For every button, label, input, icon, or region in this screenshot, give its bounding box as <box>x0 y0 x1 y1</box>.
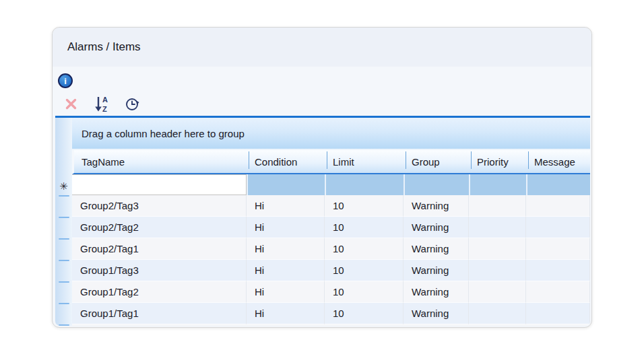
row-indicator-gutter: ✳ <box>55 118 72 326</box>
cell-limit[interactable]: 10 <box>325 281 404 303</box>
column-header-condition[interactable]: Condition <box>249 150 327 173</box>
table-row: Group2/Tag2 Hi 10 Warning <box>72 217 590 238</box>
alarms-grid: ✳ Drag a column header here to group Tag… <box>55 116 590 326</box>
cell-priority[interactable] <box>469 217 526 238</box>
info-icon[interactable]: i <box>58 73 73 88</box>
new-row-indicator-cell: ✳ <box>55 176 72 197</box>
cell-message[interactable] <box>526 195 590 217</box>
table-row: Group2/Tag1 Hi 10 Warning <box>72 238 590 260</box>
column-header-row: TagName Condition Limit Group Priority M… <box>72 150 590 174</box>
column-header-priority[interactable]: Priority <box>471 150 528 173</box>
delete-button[interactable] <box>62 97 79 114</box>
cell-condition[interactable]: Hi <box>247 217 325 238</box>
row-indicator <box>55 240 72 261</box>
delete-x-icon <box>64 97 78 114</box>
cell-group[interactable]: Warning <box>404 281 469 303</box>
new-row-limit-cell[interactable] <box>325 174 404 195</box>
cell-message[interactable] <box>526 217 590 238</box>
cell-tagname[interactable]: Group1/Tag1 <box>72 303 247 324</box>
cell-limit[interactable]: 10 <box>325 195 404 217</box>
page-title: Alarms / Items <box>67 40 141 54</box>
cell-tagname[interactable]: Group1/Tag2 <box>72 281 247 303</box>
cell-priority[interactable] <box>469 281 526 303</box>
row-indicator <box>55 261 72 283</box>
column-header-group[interactable]: Group <box>406 150 471 173</box>
cell-condition[interactable]: Hi <box>247 303 325 324</box>
row-indicator <box>55 283 72 304</box>
cell-tagname[interactable]: Group1/Tag3 <box>72 260 247 281</box>
row-indicator <box>55 218 72 240</box>
column-header-limit[interactable]: Limit <box>327 150 406 173</box>
toolbar: A Z <box>53 95 591 116</box>
cell-limit[interactable]: 10 <box>325 260 404 281</box>
table-row: Group1/Tag3 Hi 10 Warning <box>72 260 590 281</box>
alarms-items-panel: Alarms / Items i A Z <box>52 27 592 328</box>
cell-priority[interactable] <box>469 260 526 281</box>
cell-group[interactable]: Warning <box>404 195 469 217</box>
new-row-message-cell[interactable] <box>526 174 590 195</box>
svg-text:A: A <box>102 96 108 104</box>
new-row-asterisk-icon: ✳ <box>59 181 68 191</box>
row-indicator <box>55 197 72 218</box>
column-header-message[interactable]: Message <box>528 150 590 173</box>
cell-message[interactable] <box>526 260 590 281</box>
new-row-priority-cell[interactable] <box>469 174 526 195</box>
info-row: i <box>53 67 591 95</box>
history-clock-icon <box>125 96 141 115</box>
cell-group[interactable]: Warning <box>404 260 469 281</box>
cell-group[interactable]: Warning <box>404 217 469 238</box>
new-row-group-cell[interactable] <box>404 174 469 195</box>
table-row: Group1/Tag1 Hi 10 Warning <box>72 303 590 324</box>
new-row-tagname-cell[interactable] <box>72 174 247 195</box>
cell-limit[interactable]: 10 <box>325 217 404 238</box>
cell-priority[interactable] <box>469 238 526 260</box>
cell-limit[interactable]: 10 <box>325 303 404 324</box>
cell-condition[interactable]: Hi <box>247 260 325 281</box>
cell-priority[interactable] <box>469 195 526 217</box>
history-button[interactable] <box>124 97 141 114</box>
cell-priority[interactable] <box>469 303 526 324</box>
cell-group[interactable]: Warning <box>404 303 469 324</box>
new-row <box>72 174 590 195</box>
cell-message[interactable] <box>526 281 590 303</box>
sort-az-icon: A Z <box>93 95 110 116</box>
row-indicator <box>55 304 72 326</box>
table-row: Group2/Tag3 Hi 10 Warning <box>72 195 590 217</box>
sort-button[interactable]: A Z <box>93 97 110 114</box>
new-row-condition-cell[interactable] <box>247 174 325 195</box>
cell-limit[interactable]: 10 <box>325 238 404 260</box>
cell-group[interactable]: Warning <box>404 238 469 260</box>
screen: Alarms / Items i A Z <box>0 0 644 352</box>
cell-tagname[interactable]: Group2/Tag3 <box>72 195 247 217</box>
cell-condition[interactable]: Hi <box>247 195 325 217</box>
cell-condition[interactable]: Hi <box>247 238 325 260</box>
cell-message[interactable] <box>526 238 590 260</box>
svg-text:Z: Z <box>102 105 107 113</box>
cell-tagname[interactable]: Group2/Tag2 <box>72 217 247 238</box>
table-row: Group1/Tag2 Hi 10 Warning <box>72 281 590 303</box>
cell-tagname[interactable]: Group2/Tag1 <box>72 238 247 260</box>
cell-message[interactable] <box>526 303 590 324</box>
group-by-band[interactable]: Drag a column header here to group <box>72 118 590 150</box>
cell-condition[interactable]: Hi <box>247 281 325 303</box>
panel-titlebar: Alarms / Items <box>53 28 591 67</box>
column-header-tagname[interactable]: TagName <box>74 150 249 173</box>
